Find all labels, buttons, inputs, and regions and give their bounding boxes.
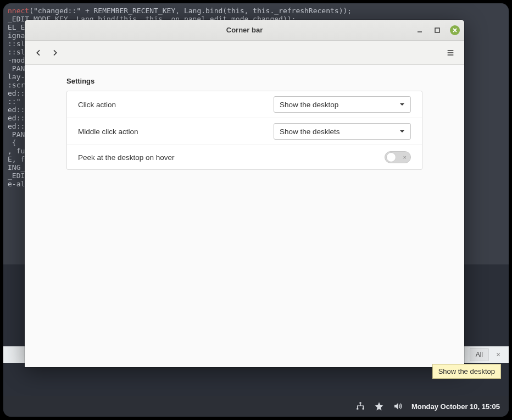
chevron-down-icon — [399, 128, 405, 136]
code-keyword: nnect — [8, 7, 29, 15]
peek-hover-switch[interactable]: × — [385, 151, 411, 163]
settings-window: Corner bar — [25, 20, 464, 367]
svg-rect-1 — [357, 408, 358, 410]
find-scope-selector[interactable]: All — [470, 348, 489, 361]
back-button[interactable] — [30, 45, 47, 61]
volume-icon[interactable] — [393, 401, 403, 411]
code-text: lay- — [8, 73, 25, 81]
click-action-combo[interactable]: Show the desktop — [274, 96, 411, 113]
click-action-label: Click action — [78, 101, 274, 109]
window-title: Corner bar — [25, 26, 464, 34]
clock[interactable]: Monday October 10, 15:05 — [411, 402, 500, 411]
combo-value: Show the desklets — [280, 128, 340, 136]
star-icon[interactable] — [374, 401, 384, 411]
taskbar: Monday October 10, 15:05 — [3, 396, 509, 417]
svg-rect-2 — [363, 408, 364, 410]
close-icon[interactable]: × — [493, 350, 503, 360]
switch-knob — [386, 152, 396, 162]
forward-button[interactable] — [47, 45, 63, 61]
middle-click-action-combo[interactable]: Show the desklets — [274, 123, 411, 140]
switch-off-icon: × — [403, 154, 407, 161]
peek-hover-row: Peek at the desktop on hover × — [67, 145, 422, 169]
code-text: { — [8, 139, 16, 147]
svg-rect-4 — [435, 28, 439, 32]
code-text: PAN — [8, 64, 25, 73]
settings-content: Settings Click action Show the desktop M… — [25, 65, 464, 367]
chevron-down-icon — [399, 101, 405, 109]
section-title: Settings — [66, 77, 422, 85]
combo-value: Show the desktop — [280, 101, 338, 109]
network-icon[interactable] — [355, 401, 365, 411]
maximize-button[interactable] — [432, 25, 442, 35]
menu-button[interactable] — [442, 45, 459, 61]
click-action-row: Click action Show the desktop — [67, 91, 422, 118]
settings-card: Click action Show the desktop Middle cli… — [66, 91, 422, 170]
middle-click-action-label: Middle click action — [78, 128, 274, 136]
svg-rect-0 — [359, 402, 361, 404]
code-text: ("changed::" + REMEMBER_RECENT_KEY, Lang… — [29, 7, 352, 15]
minimize-button[interactable] — [415, 25, 425, 35]
middle-click-action-row: Middle click action Show the desklets — [67, 118, 422, 145]
close-button[interactable] — [450, 25, 460, 35]
tooltip: Show the desktop — [432, 364, 501, 379]
code-text: PAN — [8, 130, 25, 139]
titlebar[interactable]: Corner bar — [25, 20, 464, 41]
toolbar — [25, 41, 464, 65]
peek-hover-label: Peek at the desktop on hover — [78, 153, 385, 162]
desktop: nnect("changed::" + REMEMBER_RECENT_KEY,… — [3, 3, 509, 417]
